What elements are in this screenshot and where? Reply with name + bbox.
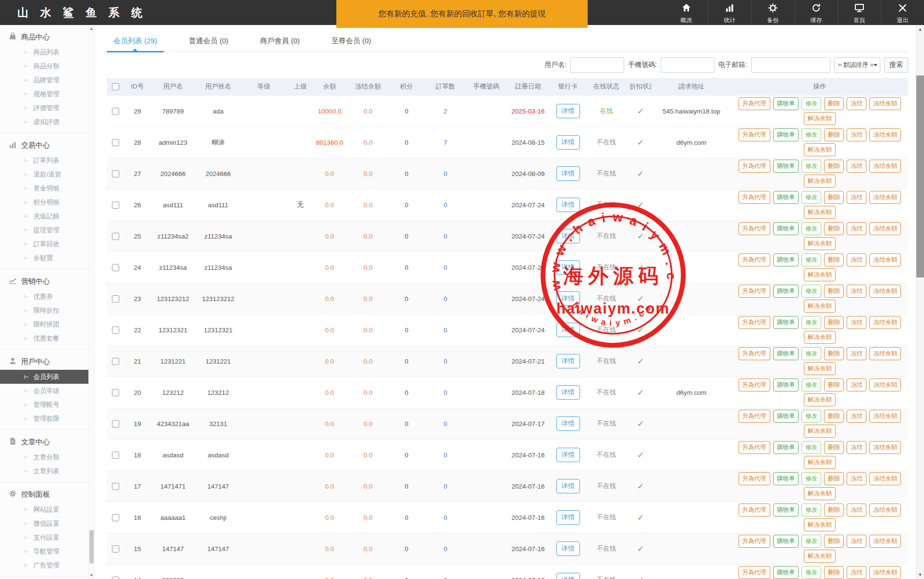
freeze-button[interactable]: 冻结 <box>847 503 866 516</box>
freeze-balance-button[interactable]: 冻结余額 <box>869 535 901 548</box>
detail-button[interactable]: 详情 <box>556 479 580 493</box>
nav-backup[interactable]: 备份 <box>751 0 794 25</box>
phone-input[interactable] <box>661 57 715 73</box>
detail-button[interactable]: 详情 <box>556 166 580 181</box>
edit-button[interactable]: 修改 <box>801 160 821 173</box>
sidebar-item[interactable]: ⊢充值記錄 <box>0 209 89 223</box>
promote-agent-button[interactable]: 升為代理 <box>739 535 770 548</box>
freeze-balance-button[interactable]: 冻结余額 <box>869 191 901 204</box>
row-checkbox[interactable] <box>112 358 119 365</box>
sidebar-item[interactable]: ⊢限時折扣 <box>0 303 89 317</box>
unfreeze-balance-button[interactable]: 解冻余額 <box>804 206 836 219</box>
detail-button[interactable]: 详情 <box>556 323 580 337</box>
edit-button[interactable]: 修改 <box>801 566 821 579</box>
sidebar-item[interactable]: ⊢余額寶 <box>0 251 89 265</box>
unfreeze-balance-button[interactable]: 解冻余額 <box>804 518 836 531</box>
unfreeze-balance-button[interactable]: 解冻余額 <box>804 331 836 344</box>
delete-button[interactable]: 刪除 <box>824 378 844 391</box>
cart-button[interactable]: 購物車 <box>773 160 799 173</box>
edit-button[interactable]: 修改 <box>801 285 821 298</box>
row-checkbox[interactable] <box>112 577 119 579</box>
promote-agent-button[interactable]: 升為代理 <box>739 316 770 329</box>
sidebar-item[interactable]: ⊢虚拟評價 <box>0 115 89 129</box>
freeze-balance-button[interactable]: 冻结余額 <box>869 378 901 391</box>
delete-button[interactable]: 刪除 <box>824 472 844 485</box>
cart-button[interactable]: 購物車 <box>773 472 799 485</box>
row-checkbox[interactable] <box>112 170 119 177</box>
unfreeze-balance-button[interactable]: 解冻余額 <box>804 550 836 563</box>
freeze-balance-button[interactable]: 冻结余額 <box>869 347 901 360</box>
delete-button[interactable]: 刪除 <box>824 253 844 266</box>
detail-button[interactable]: 详情 <box>556 135 580 150</box>
sidebar-section-header-user-center[interactable]: 用戶中心 <box>0 353 94 370</box>
row-checkbox[interactable] <box>112 420 119 428</box>
sidebar-item[interactable]: ⊢广告管理 <box>0 558 89 572</box>
row-checkbox[interactable] <box>112 545 119 553</box>
sidebar-section-header-trade-center[interactable]: 交易中心 <box>0 137 94 153</box>
freeze-button[interactable]: 冻结 <box>847 97 866 110</box>
promote-agent-button[interactable]: 升為代理 <box>739 566 770 579</box>
tab-normal-member[interactable]: 普通会员 (0) <box>182 33 235 52</box>
detail-button[interactable]: 详情 <box>556 354 580 368</box>
promote-agent-button[interactable]: 升為代理 <box>739 503 770 516</box>
sidebar-item[interactable]: ⊢管理权限 <box>0 412 89 426</box>
edit-button[interactable]: 修改 <box>801 378 821 391</box>
unfreeze-balance-button[interactable]: 解冻余額 <box>804 237 836 250</box>
sidebar-item[interactable]: ⊢品牌管理 <box>0 73 89 87</box>
promote-agent-button[interactable]: 升為代理 <box>739 410 770 423</box>
unfreeze-balance-button[interactable]: 解冻余額 <box>804 487 836 500</box>
promote-agent-button[interactable]: 升為代理 <box>739 472 770 485</box>
delete-button[interactable]: 刪除 <box>824 97 844 110</box>
nav-cache[interactable]: 缓存 <box>794 0 838 25</box>
detail-button[interactable]: 详情 <box>556 416 580 431</box>
detail-button[interactable]: 详情 <box>556 229 580 243</box>
freeze-balance-button[interactable]: 冻结余額 <box>869 503 901 516</box>
sidebar-item[interactable]: ⊢资金明细 <box>0 181 89 195</box>
cart-button[interactable]: 購物車 <box>773 347 799 360</box>
freeze-button[interactable]: 冻结 <box>847 472 866 485</box>
freeze-balance-button[interactable]: 冻结余額 <box>869 285 901 298</box>
unfreeze-balance-button[interactable]: 解冻余額 <box>804 393 836 406</box>
freeze-button[interactable]: 冻结 <box>847 378 866 391</box>
sidebar-item[interactable]: ⊢优惠套餐 <box>0 331 89 345</box>
detail-button[interactable]: 详情 <box>556 541 580 556</box>
sidebar-scrollbar[interactable]: ▲ ▼ <box>88 25 94 579</box>
promote-agent-button[interactable]: 升為代理 <box>739 378 770 391</box>
promote-agent-button[interactable]: 升為代理 <box>739 97 770 110</box>
edit-button[interactable]: 修改 <box>801 222 821 235</box>
promote-agent-button[interactable]: 升為代理 <box>739 253 770 266</box>
promote-agent-button[interactable]: 升為代理 <box>739 441 770 454</box>
cart-button[interactable]: 購物車 <box>773 97 799 110</box>
detail-button[interactable]: 详情 <box>556 510 580 525</box>
sidebar-item[interactable]: ⊢商品列表 <box>0 45 89 59</box>
delete-button[interactable]: 刪除 <box>824 566 844 579</box>
tab-merchant-member[interactable]: 商戶會員 (0) <box>253 33 307 52</box>
promote-agent-button[interactable]: 升為代理 <box>739 285 770 298</box>
cart-button[interactable]: 購物車 <box>773 253 799 266</box>
cart-button[interactable]: 購物車 <box>773 128 799 141</box>
freeze-balance-button[interactable]: 冻结余額 <box>869 472 901 485</box>
delete-button[interactable]: 刪除 <box>824 160 844 173</box>
detail-button[interactable]: 详情 <box>556 291 580 306</box>
sidebar-item[interactable]: ⊢文章分類 <box>0 450 89 464</box>
sidebar-section-header-marketing-center[interactable]: 营销中心 <box>0 273 94 290</box>
nav-logout[interactable]: 退出 <box>881 0 924 25</box>
freeze-button[interactable]: 冻结 <box>847 160 866 173</box>
email-input[interactable] <box>751 57 830 73</box>
freeze-balance-button[interactable]: 冻结余額 <box>869 316 901 329</box>
scroll-down-arrow-icon[interactable]: ▼ <box>916 572 924 577</box>
freeze-button[interactable]: 冻结 <box>847 535 866 548</box>
delete-button[interactable]: 刪除 <box>824 191 844 204</box>
edit-button[interactable]: 修改 <box>801 503 821 516</box>
freeze-balance-button[interactable]: 冻结余額 <box>869 410 901 423</box>
cart-button[interactable]: 購物車 <box>773 222 799 235</box>
delete-button[interactable]: 刪除 <box>824 316 844 329</box>
search-button[interactable]: 搜索 <box>884 57 908 73</box>
detail-button[interactable]: 详情 <box>556 260 580 275</box>
row-checkbox[interactable] <box>112 389 119 396</box>
delete-button[interactable]: 刪除 <box>824 222 844 235</box>
delete-button[interactable]: 刪除 <box>824 285 844 298</box>
freeze-button[interactable]: 冻结 <box>847 566 866 579</box>
edit-button[interactable]: 修改 <box>801 97 821 110</box>
unfreeze-balance-button[interactable]: 解冻余額 <box>804 456 836 469</box>
